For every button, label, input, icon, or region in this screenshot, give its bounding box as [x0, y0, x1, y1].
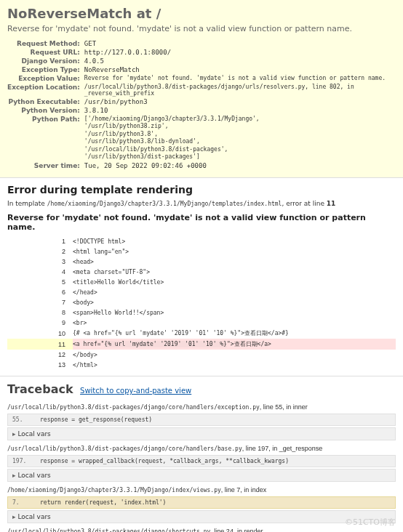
traceback-frame: /home/xiaoming/Django3/chapter3/3.3.1/My… — [7, 485, 396, 523]
local-vars-toggle[interactable]: Local vars — [7, 469, 396, 482]
template-subheading: Reverse for 'mydate' not found. 'mydate'… — [7, 213, 396, 232]
exception-value-value: Reverse for 'mydate' not found. 'mydate'… — [84, 74, 396, 83]
django-version-value: 4.0.5 — [84, 57, 396, 65]
exception-message: Reverse for 'mydate' not found. 'mydate'… — [7, 24, 396, 33]
request-url-value: http://127.0.0.1:8000/ — [84, 48, 396, 57]
source-line: 12</body> — [7, 350, 396, 360]
source-line: 8 <span>Hello World!!</span> — [7, 307, 396, 318]
traceback-frame: /usr/local/lib/python3.8/dist-packages/d… — [7, 526, 396, 532]
local-vars-toggle[interactable]: Local vars — [7, 427, 396, 440]
traceback-panel: Traceback Switch to copy-and-paste view … — [0, 376, 403, 532]
switch-view-link[interactable]: Switch to copy-and-paste view — [80, 387, 191, 395]
source-line: 2<html lang="en"> — [7, 246, 396, 257]
source-line: 13</html> — [7, 360, 396, 370]
exception-location-value: /usr/local/lib/python3.8/dist-packages/d… — [84, 83, 396, 97]
template-source-table: 1<!DOCTYPE html>2<html lang="en">3<head>… — [7, 236, 396, 370]
python-version-value: 3.8.10 — [84, 106, 396, 115]
traceback-frames: /usr/local/lib/python3.8/dist-packages/d… — [7, 402, 396, 532]
source-line: 5 <title>Hello World</title> — [7, 277, 396, 287]
source-line: 9 <br> — [7, 318, 396, 328]
source-line: 7<body> — [7, 297, 396, 307]
source-line: 3<head> — [7, 257, 396, 267]
template-error-panel: Error during template rendering In templ… — [0, 178, 403, 376]
python-path-value: ['/home/xiaoming/Django3/chapter3/3.3.1/… — [84, 115, 396, 161]
traceback-frame: /usr/local/lib/python3.8/dist-packages/d… — [7, 443, 396, 482]
template-path-line: In template /home/xiaoming/Django3/chapt… — [7, 200, 396, 207]
source-line: 1<!DOCTYPE html> — [7, 236, 396, 246]
context-line: 7. return render(request, 'index.html') — [7, 496, 396, 509]
context-line: 197. response = wrapped_callback(request… — [7, 455, 396, 467]
exception-title: NoReverseMatch at / — [7, 6, 396, 21]
source-line: 11 <a href="{% url 'mydate' '2019' '01' … — [7, 339, 396, 350]
source-line: 10 {# <a href="{% url 'mydate' '2019' '0… — [7, 328, 396, 339]
context-line: 55. response = get_response(request) — [7, 414, 396, 426]
request-method-value: GET — [84, 39, 396, 48]
template-heading: Error during template rendering — [7, 184, 396, 196]
summary-panel: NoReverseMatch at / Reverse for 'mydate'… — [0, 0, 403, 178]
traceback-frame: /usr/local/lib/python3.8/dist-packages/d… — [7, 402, 396, 440]
traceback-heading: Traceback — [7, 382, 73, 396]
source-line: 4 <meta charset="UTF-8"> — [7, 267, 396, 277]
source-line: 6</head> — [7, 287, 396, 297]
local-vars-toggle[interactable]: Local vars — [7, 510, 396, 523]
server-time-value: Tue, 20 Sep 2022 09:02:46 +0000 — [84, 161, 396, 170]
exception-type-value: NoReverseMatch — [84, 65, 396, 74]
watermark: ©51CTO博客 — [345, 517, 396, 528]
request-meta-table: Request Method:GET Request URL:http://12… — [7, 39, 396, 170]
python-executable-value: /usr/bin/python3 — [84, 97, 396, 106]
